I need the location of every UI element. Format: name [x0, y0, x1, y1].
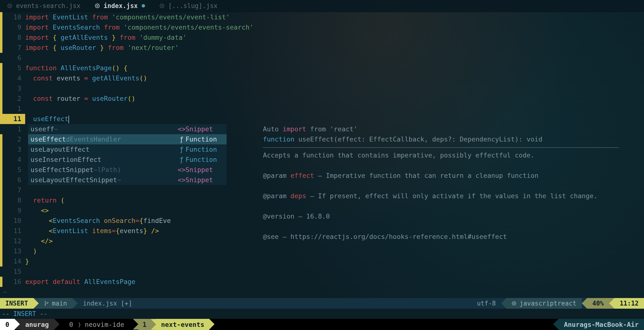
- line-number: 12: [2, 236, 25, 246]
- code-line[interactable]: 14}: [0, 256, 644, 266]
- snippet-icon: <>: [178, 165, 186, 175]
- mode-indicator: INSERT: [0, 298, 34, 309]
- tmux-window-index: 0: [65, 321, 78, 328]
- line-number: 7: [2, 185, 25, 195]
- status-bar: INSERT main index.jsx [+] utf-8 javascri…: [0, 298, 644, 309]
- code-content: import EventsSearch from 'components/eve…: [25, 22, 644, 33]
- code-line[interactable]: 9import EventsSearch from 'components/ev…: [0, 22, 644, 33]
- line-number: 10: [2, 12, 25, 22]
- code-line[interactable]: 3: [0, 83, 644, 94]
- tab-index[interactable]: index.jsx: [88, 0, 152, 12]
- status-filename: index.jsx [+]: [78, 298, 138, 309]
- tmux-window-active[interactable]: 1 next-events: [138, 319, 209, 330]
- completion-kind-label: Snippet: [186, 175, 226, 185]
- svg-point-1: [97, 5, 98, 7]
- svg-point-0: [9, 5, 10, 7]
- code-content: useEffect: [25, 114, 644, 124]
- line-number: 5: [2, 165, 25, 175]
- line-number: 6: [2, 175, 25, 185]
- code-content: import EventList from 'components/events…: [25, 12, 644, 22]
- snippet-icon: <>: [178, 175, 186, 185]
- code-content: const events = getAllEvents(): [25, 73, 644, 83]
- code-line[interactable]: 16export default AllEventsPage: [0, 277, 644, 287]
- svg-point-2: [162, 5, 163, 7]
- tab-label: index.jsx: [104, 2, 138, 10]
- completion-item[interactable]: useEffectdEventsHandlerƒFunction: [28, 134, 226, 144]
- cursor-icon: [68, 116, 69, 123]
- modified-dot-icon: [142, 4, 145, 8]
- mode-echo: -- INSERT --: [0, 309, 644, 319]
- git-branch-icon: [44, 300, 49, 306]
- code-line[interactable]: 2 const router = useRouter(): [0, 94, 644, 104]
- tab-slug[interactable]: [...slug].jsx: [152, 0, 225, 12]
- line-number: 13: [2, 246, 25, 256]
- svg-point-3: [45, 301, 46, 302]
- code-line[interactable]: 11 useEffect: [0, 114, 644, 124]
- completion-item[interactable]: useeff~<>Snippet: [28, 124, 226, 134]
- code-content: const router = useRouter(): [25, 94, 644, 104]
- code-content: export default AllEventsPage: [25, 277, 644, 287]
- code-line[interactable]: 1: [0, 104, 644, 114]
- code-line[interactable]: 5function AllEventsPage() {: [0, 63, 644, 73]
- git-branch-name: main: [52, 300, 67, 307]
- snippet-icon: <>: [178, 124, 186, 134]
- line-number: 9: [2, 22, 25, 33]
- function-icon: ƒ: [178, 134, 186, 144]
- line-number: 3: [2, 144, 25, 155]
- svg-point-6: [514, 303, 515, 304]
- completion-item[interactable]: useEffectSnippet~lPath)<>Snippet: [28, 165, 226, 175]
- line-number: 2: [2, 134, 25, 144]
- code-line[interactable]: 13 ): [0, 246, 644, 256]
- completion-kind-label: Function: [186, 134, 226, 144]
- completion-kind-label: Function: [186, 155, 226, 165]
- svg-point-5: [47, 302, 48, 303]
- code-line[interactable]: 7import { useRouter } from 'next/router': [0, 43, 644, 53]
- code-content: function AllEventsPage() {: [25, 63, 644, 73]
- code-line[interactable]: 6: [0, 53, 644, 63]
- line-number: 2: [2, 94, 25, 104]
- tmux-window-name: next-events: [156, 319, 209, 330]
- tab-label: [...slug].jsx: [168, 2, 218, 10]
- line-number: 1: [2, 104, 25, 114]
- tmux-session-index: 0: [0, 319, 14, 330]
- status-percent: 40%: [587, 298, 609, 309]
- completion-kind-label: Snippet: [186, 124, 226, 134]
- status-encoding: utf-8: [472, 298, 501, 309]
- code-content: import { useRouter } from 'next/router': [25, 43, 644, 53]
- completion-item[interactable]: useLayoutEffectƒFunction: [28, 144, 226, 155]
- completion-item[interactable]: useInsertionEffectƒFunction: [28, 155, 226, 165]
- line-number: 8: [2, 33, 25, 43]
- code-line[interactable]: 4 const events = getAllEvents(): [0, 73, 644, 83]
- code-line[interactable]: 15: [0, 266, 644, 277]
- completion-popup[interactable]: useeff~<>SnippetuseEffectdEventsHandlerƒ…: [28, 124, 226, 185]
- end-of-buffer: ~: [0, 287, 644, 297]
- tmux-session-name: anurag: [20, 319, 54, 330]
- code-line[interactable]: 10import EventList from 'components/even…: [0, 12, 644, 22]
- gear-icon: [160, 4, 164, 8]
- line-number: 4: [2, 155, 25, 165]
- tmux-window-index: 1: [138, 321, 151, 328]
- tmux-hostname: Anurags-MacBook-Air: [558, 319, 644, 330]
- tmux-window-name: neovim-ide: [81, 321, 128, 328]
- gear-icon: [512, 301, 516, 305]
- line-number: 15: [2, 266, 25, 277]
- code-content: ): [25, 246, 644, 256]
- editor[interactable]: 10import EventList from 'components/even…: [0, 12, 644, 298]
- tmux-window[interactable]: 0 ❭ neovim-ide: [60, 319, 133, 330]
- function-icon: ƒ: [178, 144, 186, 155]
- svg-point-4: [45, 304, 46, 305]
- function-icon: ƒ: [178, 155, 186, 165]
- gear-icon: [95, 4, 100, 8]
- doc-popup: Auto import from 'react'function useEffe…: [263, 124, 619, 242]
- completion-item[interactable]: useLayoutEffectSnippet~<>Snippet: [28, 175, 226, 185]
- line-number: 6: [2, 53, 25, 63]
- tab-label: events-search.jsx: [16, 2, 80, 10]
- tab-events-search[interactable]: events-search.jsx: [0, 0, 88, 12]
- line-number: 1: [2, 124, 25, 134]
- line-number: 11: [2, 114, 25, 124]
- line-number: 14: [2, 256, 25, 266]
- line-number: 7: [2, 43, 25, 53]
- code-line[interactable]: 8import { getAllEvents } from 'dummy-dat…: [0, 33, 644, 43]
- status-position: 11:12: [614, 298, 644, 309]
- line-number: 5: [2, 63, 25, 73]
